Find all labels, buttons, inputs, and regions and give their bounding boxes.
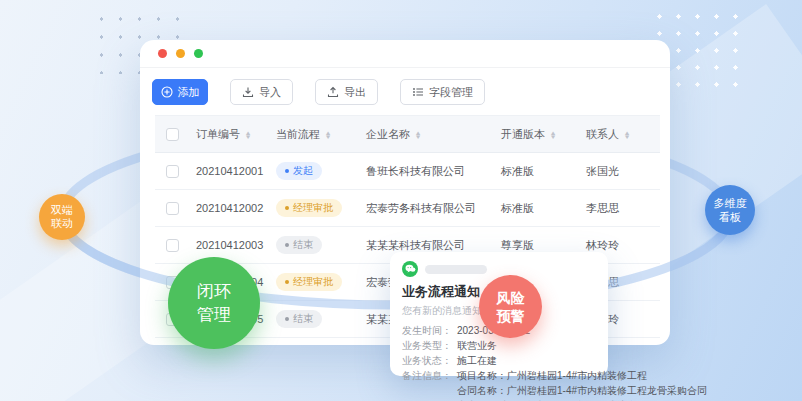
list-icon bbox=[412, 86, 424, 98]
field-management-button[interactable]: 字段管理 bbox=[400, 79, 485, 105]
contact-cell: 林玲玲 bbox=[580, 238, 660, 253]
plus-circle-icon bbox=[161, 86, 173, 98]
toolbar: 添加 导入 导出 bbox=[152, 79, 485, 105]
status-dot-icon bbox=[285, 317, 289, 321]
bubble-text: 管理 bbox=[197, 303, 231, 326]
status-dot-icon bbox=[285, 169, 289, 173]
current-flow-cell: 经理审批 bbox=[270, 273, 360, 291]
row-checkbox[interactable] bbox=[166, 165, 179, 178]
import-icon bbox=[242, 86, 254, 98]
sort-icon[interactable]: ▲▼ bbox=[325, 131, 331, 139]
column-header[interactable]: 企业名称▲▼ bbox=[360, 127, 495, 142]
field-label: 业务类型： bbox=[402, 338, 457, 353]
wechat-icon bbox=[402, 261, 418, 277]
close-dot[interactable] bbox=[158, 49, 167, 58]
export-button[interactable]: 导出 bbox=[315, 79, 378, 105]
sort-icon[interactable]: ▲▼ bbox=[415, 131, 421, 139]
notification-field: 业务类型：联营业务 bbox=[402, 338, 596, 353]
select-all-checkbox[interactable] bbox=[166, 128, 179, 141]
contact-cell: 李思思 bbox=[580, 201, 660, 216]
company-name-cell: 宏泰劳务科技有限公司 bbox=[360, 201, 495, 216]
column-header[interactable]: 联系人▲▼ bbox=[580, 127, 660, 142]
flow-status-badge: 经理审批 bbox=[276, 199, 342, 217]
bubble-text: 联动 bbox=[51, 217, 73, 230]
column-header[interactable]: 订单编号▲▼ bbox=[190, 127, 270, 142]
column-header-label: 订单编号 bbox=[196, 128, 240, 140]
import-button-label: 导入 bbox=[259, 85, 281, 100]
import-button[interactable]: 导入 bbox=[230, 79, 293, 105]
sort-icon[interactable]: ▲▼ bbox=[624, 131, 630, 139]
page-background: 添加 导入 导出 bbox=[0, 0, 802, 401]
feature-bubble-risk-warning: 风险 预警 bbox=[479, 275, 542, 338]
order-number-cell: 20210412003 bbox=[190, 239, 270, 251]
bubble-text: 双端 bbox=[51, 204, 73, 217]
table-header-row: 订单编号▲▼当前流程▲▼企业名称▲▼开通版本▲▼联系人▲▼ bbox=[155, 115, 660, 153]
field-value: 项目名称：广州碧桂园1-4#市内精装修工程 bbox=[457, 368, 647, 383]
column-header[interactable]: 当前流程▲▼ bbox=[270, 127, 360, 142]
notification-field: 业务状态：施工在建 bbox=[402, 353, 596, 368]
status-dot-icon bbox=[285, 280, 289, 284]
contact-cell: 张国光 bbox=[580, 164, 660, 179]
column-header-label: 企业名称 bbox=[366, 128, 410, 140]
current-flow-cell: 结束 bbox=[270, 310, 360, 328]
column-header-label: 开通版本 bbox=[501, 128, 545, 140]
column-header-label: 联系人 bbox=[586, 128, 619, 140]
sort-icon[interactable]: ▲▼ bbox=[245, 131, 251, 139]
export-button-label: 导出 bbox=[344, 85, 366, 100]
sort-icon[interactable]: ▲▼ bbox=[550, 131, 556, 139]
current-flow-cell: 发起 bbox=[270, 162, 360, 180]
bubble-text: 看板 bbox=[719, 210, 741, 224]
export-icon bbox=[327, 86, 339, 98]
minimize-dot[interactable] bbox=[176, 49, 185, 58]
version-cell: 标准版 bbox=[495, 164, 580, 179]
company-name-cell: 鲁班长科技有限公司 bbox=[360, 164, 495, 179]
feature-bubble-dual-end: 双端 联动 bbox=[39, 194, 85, 240]
field-label: 备注信息： bbox=[402, 368, 457, 383]
field-value: 联营业务 bbox=[457, 338, 497, 353]
flow-status-badge: 结束 bbox=[276, 310, 322, 328]
notification-card-header bbox=[402, 261, 596, 277]
column-header[interactable]: 开通版本▲▼ bbox=[495, 127, 580, 142]
status-dot-icon bbox=[285, 243, 289, 247]
feature-bubble-multi-dimension: 多维度 看板 bbox=[705, 185, 755, 235]
flow-status-badge: 结束 bbox=[276, 236, 322, 254]
sender-placeholder-bar bbox=[425, 265, 487, 274]
field-label: 业务状态： bbox=[402, 353, 457, 368]
field-management-button-label: 字段管理 bbox=[429, 85, 473, 100]
bubble-text: 预警 bbox=[497, 307, 525, 325]
version-cell: 标准版 bbox=[495, 201, 580, 216]
table-row[interactable]: 20210412001发起鲁班长科技有限公司标准版张国光 bbox=[155, 153, 660, 190]
order-number-cell: 20210412002 bbox=[190, 202, 270, 214]
flow-status-badge: 经理审批 bbox=[276, 273, 342, 291]
version-cell: 尊享版 bbox=[495, 238, 580, 253]
company-name-cell: 某某某科技有限公司 bbox=[360, 238, 495, 253]
current-flow-cell: 结束 bbox=[270, 236, 360, 254]
row-checkbox[interactable] bbox=[166, 239, 179, 252]
field-value-extra-line: 合同名称：广州碧桂园1-4#市内精装修工程龙骨采购合同 bbox=[457, 383, 596, 398]
bubble-text: 多维度 bbox=[714, 196, 747, 210]
column-header-label: 当前流程 bbox=[276, 128, 320, 140]
add-button[interactable]: 添加 bbox=[152, 79, 208, 105]
row-checkbox[interactable] bbox=[166, 202, 179, 215]
bubble-text: 风险 bbox=[497, 289, 525, 307]
status-dot-icon bbox=[285, 206, 289, 210]
fullscreen-dot[interactable] bbox=[194, 49, 203, 58]
window-titlebar bbox=[140, 40, 670, 68]
current-flow-cell: 经理审批 bbox=[270, 199, 360, 217]
flow-status-badge: 发起 bbox=[276, 162, 322, 180]
field-value: 施工在建 bbox=[457, 353, 497, 368]
add-button-label: 添加 bbox=[178, 85, 200, 100]
field-label: 发生时间： bbox=[402, 323, 457, 338]
order-number-cell: 20210412001 bbox=[190, 165, 270, 177]
feature-bubble-closed-loop: 闭环 管理 bbox=[168, 257, 260, 349]
table-row[interactable]: 20210412002经理审批宏泰劳务科技有限公司标准版李思思 bbox=[155, 190, 660, 227]
notification-field: 备注信息：项目名称：广州碧桂园1-4#市内精装修工程 bbox=[402, 368, 596, 383]
bubble-text: 闭环 bbox=[197, 280, 231, 303]
